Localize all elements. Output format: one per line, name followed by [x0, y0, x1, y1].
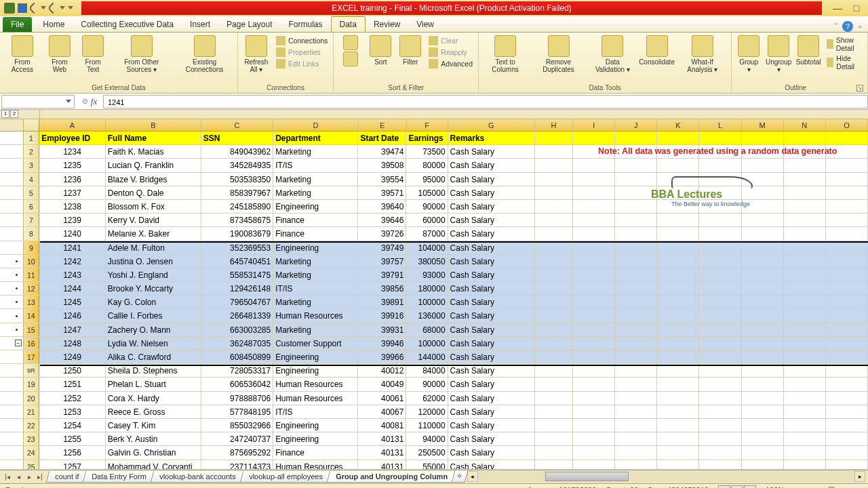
- cell[interactable]: [826, 255, 868, 268]
- cell[interactable]: 1240: [39, 227, 106, 240]
- tab-collecting[interactable]: Collecting Executive Data: [73, 17, 182, 32]
- cell[interactable]: Cash Salary: [448, 214, 535, 226]
- cell[interactable]: [742, 309, 784, 322]
- cell[interactable]: [699, 460, 741, 469]
- cell[interactable]: [657, 460, 699, 469]
- cell[interactable]: [784, 446, 826, 459]
- tab-formulas[interactable]: Formulas: [281, 17, 331, 32]
- select-all-corner[interactable]: [24, 119, 40, 131]
- cell[interactable]: [573, 446, 615, 459]
- cell[interactable]: 1246: [39, 309, 106, 322]
- cell[interactable]: [784, 460, 826, 469]
- cell[interactable]: 1237: [39, 186, 106, 199]
- cell[interactable]: [826, 337, 868, 350]
- cell[interactable]: [699, 392, 741, 405]
- col-header-C[interactable]: C: [201, 119, 274, 131]
- cell[interactable]: [742, 364, 784, 377]
- cell[interactable]: 1253: [39, 405, 106, 418]
- cell[interactable]: Engineering: [273, 419, 358, 432]
- cell[interactable]: Callie I. Forbes: [106, 309, 201, 322]
- cell[interactable]: 129426148: [201, 282, 273, 295]
- view-normal[interactable]: [718, 485, 730, 488]
- tab-data[interactable]: Data: [331, 16, 366, 32]
- cell[interactable]: 1248: [39, 337, 106, 350]
- minimize-button[interactable]: —: [833, 3, 842, 14]
- cell[interactable]: Cash Salary: [448, 200, 535, 213]
- save-icon[interactable]: [18, 3, 27, 13]
- cell[interactable]: 39640: [358, 200, 406, 213]
- cell[interactable]: 80000: [406, 159, 448, 171]
- cell[interactable]: 663003285: [201, 323, 273, 336]
- cell[interactable]: Marketing: [273, 323, 358, 336]
- row-header[interactable]: 13: [24, 296, 40, 308]
- cell[interactable]: 266481339: [201, 309, 273, 322]
- cell[interactable]: Engineering: [273, 364, 358, 377]
- cell[interactable]: Marketing: [273, 296, 358, 308]
- cell[interactable]: Engineering: [273, 241, 358, 254]
- cell[interactable]: [657, 309, 699, 322]
- cell[interactable]: 875695292: [201, 446, 273, 459]
- cell[interactable]: 40131: [358, 446, 406, 459]
- sheet-tab[interactable]: vlookup-all employees: [239, 471, 331, 483]
- cell[interactable]: Cash Salary: [448, 323, 535, 336]
- cell[interactable]: [657, 446, 699, 459]
- cell[interactable]: Human Resources: [273, 309, 358, 322]
- outline-dialog-launcher[interactable]: ↘: [856, 85, 863, 92]
- cell[interactable]: [573, 186, 615, 199]
- minimize-ribbon-icon[interactable]: ˇ: [834, 22, 837, 30]
- cell[interactable]: [535, 131, 573, 144]
- cell[interactable]: 39757: [358, 255, 406, 268]
- cell[interactable]: Alika C. Crawford: [106, 350, 201, 363]
- header-cell[interactable]: Earnings: [406, 131, 448, 144]
- cell[interactable]: [573, 460, 615, 469]
- from-text-button[interactable]: From Text: [77, 34, 108, 75]
- cell[interactable]: 1234: [39, 145, 106, 158]
- name-box[interactable]: [1, 95, 75, 108]
- cell[interactable]: 40049: [358, 378, 406, 390]
- cell[interactable]: [784, 131, 826, 144]
- cell[interactable]: Cash Salary: [448, 364, 535, 377]
- cell[interactable]: [826, 323, 868, 336]
- cell[interactable]: Lydia W. Nielsen: [106, 337, 201, 350]
- col-header-L[interactable]: L: [699, 119, 741, 131]
- cell[interactable]: [742, 296, 784, 308]
- cell[interactable]: 1235: [39, 159, 106, 171]
- cell[interactable]: Engineering: [273, 200, 358, 213]
- col-header-M[interactable]: M: [742, 119, 784, 131]
- cell[interactable]: [784, 419, 826, 432]
- tab-page-layout[interactable]: Page Layout: [218, 17, 280, 32]
- cell[interactable]: [573, 364, 615, 377]
- sort-az-button[interactable]: [336, 34, 365, 69]
- cell[interactable]: [535, 145, 573, 158]
- cell[interactable]: [826, 309, 868, 322]
- cell[interactable]: 68000: [406, 323, 448, 336]
- col-header-I[interactable]: I: [573, 119, 615, 131]
- cell[interactable]: Denton Q. Dale: [106, 186, 201, 199]
- cell[interactable]: [615, 227, 657, 240]
- cell[interactable]: [699, 432, 741, 445]
- cell[interactable]: Melanie X. Baker: [106, 227, 201, 240]
- cell[interactable]: Cora X. Hardy: [106, 392, 201, 405]
- cell[interactable]: Cash Salary: [448, 432, 535, 445]
- cell[interactable]: 100000: [406, 337, 448, 350]
- from-web-button[interactable]: From Web: [43, 34, 76, 75]
- cell[interactable]: [699, 405, 741, 418]
- cell[interactable]: [784, 268, 826, 281]
- cell[interactable]: 39856: [358, 282, 406, 295]
- cell[interactable]: 345284935: [201, 159, 273, 171]
- tab-insert[interactable]: Insert: [182, 17, 218, 32]
- cell[interactable]: 245185890: [201, 200, 273, 213]
- cell[interactable]: [784, 159, 826, 171]
- cell[interactable]: [784, 227, 826, 240]
- row-header[interactable]: 9R: [24, 364, 40, 377]
- cell[interactable]: 40012: [358, 364, 406, 377]
- cell[interactable]: 100000: [406, 296, 448, 308]
- cell[interactable]: 136000: [406, 309, 448, 322]
- row-header[interactable]: 23: [24, 432, 40, 445]
- col-header-G[interactable]: G: [448, 119, 535, 131]
- cell[interactable]: [535, 268, 573, 281]
- cell[interactable]: 84000: [406, 364, 448, 377]
- cell[interactable]: [826, 131, 868, 144]
- cell[interactable]: 95000: [406, 173, 448, 186]
- data-validation-button[interactable]: Data Validation ▾: [588, 34, 637, 75]
